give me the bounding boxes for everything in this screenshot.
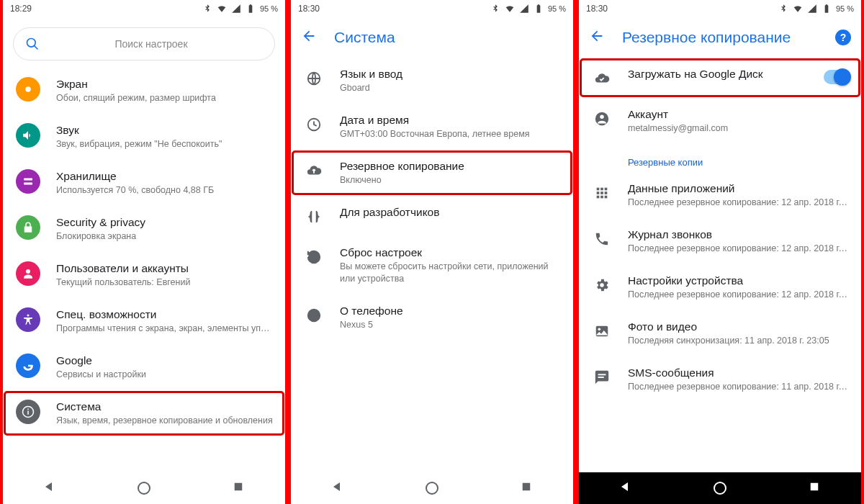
settings-item-users[interactable]: Пользователи и аккаунтыТекущий пользоват…: [3, 252, 285, 298]
appbar-title: Система: [334, 29, 563, 46]
battery-text: 95 %: [548, 4, 566, 13]
status-bar: 18:29 95 %: [3, 0, 285, 17]
backup-list: Загружать на Google Диск Аккаунтmetalmes…: [579, 58, 861, 472]
bluetooth-icon: [202, 4, 212, 14]
backup-item-device-settings[interactable]: Настройки устройстваПоследнее резервное …: [579, 264, 861, 310]
back-button[interactable]: [589, 28, 605, 47]
search-icon: [25, 37, 40, 51]
system-item-about[interactable]: О телефонеNexus 5: [291, 294, 573, 341]
svg-rect-21: [605, 188, 608, 191]
backup-item-photos[interactable]: Фото и видеоПоследняя синхронизация: 11 …: [579, 310, 861, 356]
settings-item-google[interactable]: GoogleСервисы и настройки: [3, 344, 285, 390]
svg-point-6: [27, 315, 30, 317]
nav-bar: [3, 472, 285, 504]
apps-icon: [592, 183, 612, 203]
volume-icon: [16, 123, 40, 148]
help-button[interactable]: ?: [835, 30, 851, 45]
nav-back[interactable]: [331, 480, 344, 496]
status-icons: 95 %: [202, 4, 278, 14]
svg-rect-23: [600, 192, 603, 194]
screen-settings-root: 18:29 95 % Поиск настроек ЭкранОбои, спя…: [0, 0, 288, 504]
svg-rect-22: [597, 192, 600, 194]
backup-item-sms[interactable]: SMS-сообщенияПоследнее резервное копиров…: [579, 356, 861, 402]
svg-point-29: [598, 328, 601, 330]
cloud-done-icon: [592, 68, 612, 89]
nav-back[interactable]: [619, 480, 632, 496]
settings-item-sound[interactable]: ЗвукЗвук, вибрация, режим "Не беспокоить…: [3, 114, 285, 160]
svg-rect-8: [27, 411, 29, 415]
wifi-icon: [505, 4, 515, 14]
lock-icon: [16, 215, 40, 240]
search-placeholder: Поиск настроек: [40, 38, 263, 50]
system-item-reset[interactable]: Сброс настроекВы можете сбросить настрой…: [291, 236, 573, 294]
nav-back[interactable]: [43, 480, 56, 496]
brightness-icon: [16, 77, 40, 102]
status-time: 18:30: [298, 4, 320, 14]
appbar-title: Резервное копирование: [622, 29, 818, 46]
globe-icon: [304, 68, 324, 89]
settings-item-display[interactable]: ЭкранОбои, спящий режим, размер шрифта: [3, 68, 285, 114]
system-item-language[interactable]: Язык и вводGboard: [291, 58, 573, 104]
account-icon: [592, 109, 612, 129]
storage-icon: [16, 169, 40, 194]
settings-item-storage[interactable]: ХранилищеИспользуется 70 %, свободно 4,8…: [3, 160, 285, 206]
app-bar: Резервное копирование ?: [579, 17, 861, 58]
screen-backup: 18:30 95 % Резервное копирование ? Загру…: [576, 0, 864, 504]
battery-text: 95 %: [836, 4, 854, 13]
svg-point-2: [25, 86, 31, 92]
system-item-datetime[interactable]: Дата и времяGMT+03:00 Восточная Европа, …: [291, 104, 573, 150]
svg-point-5: [26, 269, 30, 274]
nav-home[interactable]: [714, 482, 726, 495]
battery-text: 95 %: [260, 4, 278, 13]
svg-point-15: [313, 312, 315, 313]
nav-home[interactable]: [138, 482, 150, 495]
battery-icon: [534, 4, 544, 14]
settings-item-accessibility[interactable]: Спец. возможностиПрограммы чтения с экра…: [3, 298, 285, 344]
status-bar: 18:30 95 %: [291, 0, 573, 17]
svg-rect-32: [810, 483, 818, 491]
clock-icon: [304, 114, 324, 135]
info-icon: [16, 400, 40, 424]
settings-search[interactable]: Поиск настроек: [13, 27, 275, 60]
nav-recent[interactable]: [808, 480, 821, 496]
backup-section-label: Резервные копии: [579, 144, 861, 172]
nav-bar: [579, 472, 861, 504]
nav-recent[interactable]: [232, 480, 245, 496]
app-bar: Система: [291, 17, 573, 58]
svg-rect-4: [24, 183, 32, 185]
svg-rect-10: [234, 483, 242, 491]
system-item-backup[interactable]: Резервное копированиеВключено: [291, 150, 573, 196]
backup-account[interactable]: Аккаунтmetalmessiy@gmail.com: [579, 98, 861, 144]
gear-icon: [592, 275, 612, 295]
screen-system: 18:30 95 % Система Язык и вводGboard Дат…: [288, 0, 576, 504]
person-icon: [16, 261, 40, 286]
signal-icon: [231, 4, 241, 14]
svg-rect-20: [600, 188, 603, 191]
signal-icon: [519, 4, 529, 14]
backup-toggle-drive[interactable]: Загружать на Google Диск: [579, 58, 861, 98]
system-item-developer[interactable]: Для разработчиков: [291, 196, 573, 236]
phone-icon: [592, 229, 612, 249]
back-button[interactable]: [301, 28, 317, 47]
info-outline-icon: [304, 305, 324, 325]
google-icon: [16, 354, 40, 378]
backup-item-calls[interactable]: Журнал звонковПоследнее резервное копиро…: [579, 218, 861, 264]
toggle-switch[interactable]: [824, 70, 850, 84]
svg-point-0: [27, 39, 36, 48]
system-list: Язык и вводGboard Дата и времяGMT+03:00 …: [291, 58, 573, 472]
braces-icon: [304, 207, 324, 227]
svg-rect-31: [598, 377, 604, 378]
svg-rect-3: [24, 179, 32, 181]
settings-item-system[interactable]: СистемаЯзык, время, резервное копировани…: [3, 390, 285, 436]
settings-item-security[interactable]: Security & privacyБлокировка экрана: [3, 206, 285, 252]
svg-rect-9: [27, 409, 29, 410]
backup-item-apps[interactable]: Данные приложенийПоследнее резервное коп…: [579, 172, 861, 218]
nav-bar: [291, 472, 573, 504]
settings-list: ЭкранОбои, спящий режим, размер шрифта З…: [3, 68, 285, 472]
accessibility-icon: [16, 307, 40, 332]
nav-recent[interactable]: [520, 480, 533, 496]
svg-rect-27: [605, 196, 608, 199]
svg-rect-30: [598, 374, 606, 375]
nav-home[interactable]: [426, 482, 438, 495]
wifi-icon: [793, 4, 803, 14]
